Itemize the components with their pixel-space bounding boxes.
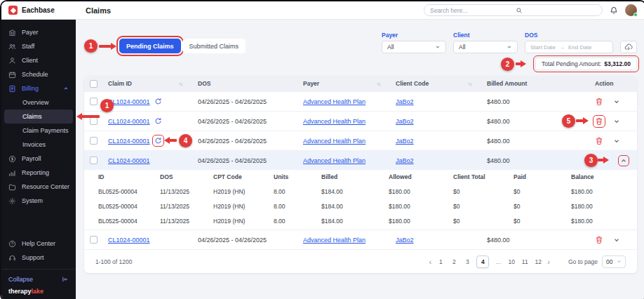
dos-date-range-input[interactable]: Start Date → End Date [525,41,613,53]
delete-button[interactable] [595,98,603,106]
goto-page-select[interactable]: 00 [602,255,626,268]
sidebar-item-billing[interactable]: Billing [1,81,76,95]
sub-table-row: BL0525-0000411/13/2025 H2019 (HN)8.00 $1… [98,213,637,228]
sidebar-item-schedule[interactable]: Schedule [1,67,76,81]
refresh-icon[interactable] [154,117,162,125]
online-status-dot [633,13,638,17]
tab-submitted-claims[interactable]: Submitted Claims [182,39,246,53]
expand-row-button[interactable] [613,138,620,145]
total-pending-value: $3,312.00 [604,60,631,67]
sort-icon[interactable]: ↑↓ [468,81,471,86]
sub-table-header: ID DOS CPT Code Units Billed Allowed Cli… [98,170,637,184]
prev-page-button[interactable]: ‹ [429,258,432,266]
expand-row-button[interactable] [613,98,620,105]
sidebar-item-overview[interactable]: Overview [1,95,76,109]
trash-icon [595,137,603,145]
next-page-button[interactable]: › [547,258,550,266]
payer-link[interactable]: Advanced Health Plan [303,157,365,164]
sidebar-item-claim-payments[interactable]: Claim Payments [1,124,76,138]
row-checkbox[interactable] [90,137,98,145]
page-number[interactable]: 1 [436,258,445,265]
claims-table: Claim ID ↑↓ DOS Payer ↑↓ Client Code ↑↓ … [84,76,637,273]
row-checkbox[interactable] [90,236,98,244]
payer-link[interactable]: Advanced Health Plan [303,98,365,105]
page-number[interactable]: 3 [463,258,471,265]
page-number[interactable]: 12 [534,258,542,265]
topbar: Eachbase Claims Search here... [1,1,644,20]
sidebar-item-support[interactable]: Support [1,251,76,265]
user-avatar[interactable] [625,4,637,16]
claim-id-link[interactable]: CL1024-00001 [108,157,150,164]
page-number-active[interactable]: 4 [476,255,489,268]
brand-zone: Eachbase [1,1,76,19]
expand-row-button[interactable] [613,237,620,244]
sidebar-item-reporting[interactable]: Reporting [1,166,76,180]
payer-link[interactable]: Advanced Health Plan [303,138,365,145]
app-name: Eachbase [22,6,55,14]
delete-button[interactable] [595,117,603,126]
sidebar-item-payroll[interactable]: Payroll [1,152,76,166]
trash-icon [595,236,603,244]
chart-icon [8,169,17,177]
cloud-download-icon [624,43,633,51]
client-code-link[interactable]: JaBo2 [396,138,414,145]
payroll-icon [8,155,17,163]
main-content: Pending Claims Submitted Claims Payer Al… [76,20,644,299]
refresh-icon[interactable] [154,98,162,105]
client-filter-label: Client [453,32,518,39]
payer-filter-select[interactable]: All [382,41,446,53]
payer-filter-group: Payer All [382,32,446,53]
sidebar-item-resource-center[interactable]: Resource Center [1,180,76,194]
page-number[interactable]: 11 [521,258,529,265]
refresh-icon[interactable] [154,137,162,145]
client-code-link[interactable]: JaBo2 [396,98,414,105]
search-icon[interactable] [516,7,597,14]
sidebar-item-system[interactable]: System [1,194,76,208]
select-all-checkbox[interactable] [90,80,98,88]
sidebar-item-client[interactable]: Client [1,53,76,67]
payer-link[interactable]: Advanced Health Plan [303,118,365,125]
sidebar-item-invoices[interactable]: Invoices [1,138,76,152]
sidebar-item-payer[interactable]: Payer [1,25,76,39]
client-code-link[interactable]: JaBo2 [396,157,414,164]
page-number[interactable]: 10 [507,258,516,265]
search-input[interactable]: Search here... [424,4,603,16]
client-code-link[interactable]: JaBo2 [396,237,414,244]
collapse-sidebar-button[interactable]: Collapse [1,272,76,286]
payer-link[interactable]: Advanced Health Plan [303,237,365,244]
table-row: CL1024-00001 04/26/2025 - 04/26/2025 Adv… [84,111,637,131]
collapse-icon [62,276,69,283]
claim-id-link[interactable]: CL1024-00001 [108,138,150,145]
total-pending-label: Total Pending Amount: [542,60,601,67]
expanded-claim-details: ID DOS CPT Code Units Billed Allowed Cli… [84,170,637,230]
sub-table-row: BL0525-0000411/13/2025 H2019 (HN)8.00 $1… [98,184,637,199]
eachbase-logo-icon [8,6,18,15]
chevron-down-icon [613,138,620,145]
claim-id-link[interactable]: CL1024-00001 [108,98,150,105]
export-download-button[interactable] [620,41,637,53]
collapse-row-button[interactable] [620,157,627,164]
client-filter-select[interactable]: All [453,41,518,53]
sidebar: Payer Staff Client Schedule Billing Over… [1,20,76,299]
page-number[interactable]: 2 [450,258,458,265]
tab-pending-claims[interactable]: Pending Claims [119,39,181,53]
chevron-down-icon [617,259,622,264]
row-checkbox[interactable] [90,117,98,125]
claim-id-link[interactable]: CL1024-00001 [108,118,150,125]
claim-id-link[interactable]: CL1024-00001 [108,237,150,244]
page-ellipsis: ... [494,258,502,265]
row-checkbox[interactable] [90,157,98,164]
bell-icon[interactable] [610,6,618,15]
sidebar-item-staff[interactable]: Staff [1,39,76,53]
delete-button[interactable] [595,236,603,244]
sort-icon[interactable]: ↑↓ [377,81,380,86]
expand-row-button[interactable] [613,118,620,125]
sidebar-item-help-center[interactable]: Help Center [1,237,76,251]
delete-button[interactable] [595,137,603,145]
therapylake-logo: therapylake [1,286,76,299]
client-code-link[interactable]: JaBo2 [396,118,414,125]
sidebar-item-claims[interactable]: Claims [4,109,73,124]
headset-icon [8,254,17,262]
sort-icon[interactable]: ↑↓ [179,81,182,86]
row-checkbox[interactable] [90,98,98,105]
